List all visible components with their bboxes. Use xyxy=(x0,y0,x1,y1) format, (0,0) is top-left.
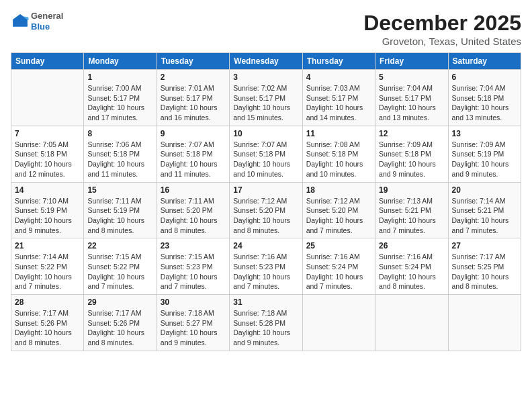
calendar-cell: 5Sunrise: 7:04 AM Sunset: 5:17 PM Daylig… xyxy=(375,70,448,126)
calendar-cell: 12Sunrise: 7:09 AM Sunset: 5:18 PM Dayli… xyxy=(375,126,448,182)
calendar-cell: 27Sunrise: 7:17 AM Sunset: 5:25 PM Dayli… xyxy=(448,238,521,295)
day-number: 19 xyxy=(379,185,444,195)
day-number: 22 xyxy=(87,241,152,250)
calendar-cell: 4Sunrise: 7:03 AM Sunset: 5:17 PM Daylig… xyxy=(302,70,375,126)
day-detail: Sunrise: 7:00 AM Sunset: 5:17 PM Dayligh… xyxy=(87,83,152,123)
day-number: 3 xyxy=(233,73,298,82)
day-detail: Sunrise: 7:15 AM Sunset: 5:22 PM Dayligh… xyxy=(87,252,152,291)
calendar-cell: 22Sunrise: 7:15 AM Sunset: 5:22 PM Dayli… xyxy=(84,238,157,295)
calendar-week-row: 21Sunrise: 7:14 AM Sunset: 5:22 PM Dayli… xyxy=(11,238,521,295)
calendar-cell: 26Sunrise: 7:16 AM Sunset: 5:24 PM Dayli… xyxy=(375,238,448,295)
calendar-week-row: 7Sunrise: 7:05 AM Sunset: 5:18 PM Daylig… xyxy=(11,126,521,182)
day-number: 28 xyxy=(15,298,80,307)
day-detail: Sunrise: 7:10 AM Sunset: 5:19 PM Dayligh… xyxy=(15,196,80,236)
day-number: 17 xyxy=(233,185,298,195)
calendar-cell xyxy=(11,70,84,126)
day-number: 4 xyxy=(306,73,371,82)
calendar-cell: 1Sunrise: 7:00 AM Sunset: 5:17 PM Daylig… xyxy=(84,70,157,126)
calendar-cell: 6Sunrise: 7:04 AM Sunset: 5:18 PM Daylig… xyxy=(448,70,521,126)
day-number: 12 xyxy=(379,129,444,138)
day-number: 8 xyxy=(87,129,152,138)
weekday-header: Monday xyxy=(84,53,157,70)
weekday-header: Sunday xyxy=(11,53,84,70)
calendar-week-row: 1Sunrise: 7:00 AM Sunset: 5:17 PM Daylig… xyxy=(11,70,521,126)
calendar-cell: 25Sunrise: 7:16 AM Sunset: 5:24 PM Dayli… xyxy=(302,238,375,295)
calendar-cell: 31Sunrise: 7:18 AM Sunset: 5:28 PM Dayli… xyxy=(230,295,302,351)
day-detail: Sunrise: 7:07 AM Sunset: 5:18 PM Dayligh… xyxy=(233,140,298,179)
day-number: 2 xyxy=(161,73,226,82)
calendar-cell: 30Sunrise: 7:18 AM Sunset: 5:27 PM Dayli… xyxy=(157,295,229,351)
page-header: General Blue December 2025 Groveton, Tex… xyxy=(11,11,521,47)
calendar-cell: 21Sunrise: 7:14 AM Sunset: 5:22 PM Dayli… xyxy=(11,238,84,295)
calendar-week-row: 28Sunrise: 7:17 AM Sunset: 5:26 PM Dayli… xyxy=(11,295,521,351)
day-number: 13 xyxy=(452,129,517,138)
day-detail: Sunrise: 7:16 AM Sunset: 5:24 PM Dayligh… xyxy=(379,252,444,291)
weekday-header: Tuesday xyxy=(157,53,229,70)
day-number: 26 xyxy=(379,241,444,250)
day-detail: Sunrise: 7:14 AM Sunset: 5:22 PM Dayligh… xyxy=(15,252,80,291)
weekday-header: Thursday xyxy=(302,53,375,70)
day-number: 25 xyxy=(306,241,371,250)
calendar-cell: 24Sunrise: 7:16 AM Sunset: 5:23 PM Dayli… xyxy=(230,238,302,295)
calendar-cell: 28Sunrise: 7:17 AM Sunset: 5:26 PM Dayli… xyxy=(11,295,84,351)
day-detail: Sunrise: 7:09 AM Sunset: 5:18 PM Dayligh… xyxy=(379,140,444,179)
day-detail: Sunrise: 7:17 AM Sunset: 5:25 PM Dayligh… xyxy=(452,252,517,291)
day-detail: Sunrise: 7:06 AM Sunset: 5:18 PM Dayligh… xyxy=(87,140,152,179)
day-detail: Sunrise: 7:16 AM Sunset: 5:23 PM Dayligh… xyxy=(233,252,298,291)
day-detail: Sunrise: 7:16 AM Sunset: 5:24 PM Dayligh… xyxy=(306,252,371,291)
calendar-cell: 23Sunrise: 7:15 AM Sunset: 5:23 PM Dayli… xyxy=(157,238,229,295)
calendar-cell: 16Sunrise: 7:11 AM Sunset: 5:20 PM Dayli… xyxy=(157,182,229,238)
day-detail: Sunrise: 7:04 AM Sunset: 5:18 PM Dayligh… xyxy=(452,83,517,123)
day-number: 18 xyxy=(306,185,371,195)
calendar-cell: 19Sunrise: 7:13 AM Sunset: 5:21 PM Dayli… xyxy=(375,182,448,238)
logo-text: General Blue xyxy=(31,11,63,32)
logo: General Blue xyxy=(11,11,63,32)
day-detail: Sunrise: 7:12 AM Sunset: 5:20 PM Dayligh… xyxy=(233,196,298,236)
day-detail: Sunrise: 7:15 AM Sunset: 5:23 PM Dayligh… xyxy=(161,252,226,291)
calendar-title: December 2025 xyxy=(363,11,521,36)
calendar-cell xyxy=(448,295,521,351)
calendar-cell: 3Sunrise: 7:02 AM Sunset: 5:17 PM Daylig… xyxy=(230,70,302,126)
day-detail: Sunrise: 7:12 AM Sunset: 5:20 PM Dayligh… xyxy=(306,196,371,236)
calendar-cell: 2Sunrise: 7:01 AM Sunset: 5:17 PM Daylig… xyxy=(157,70,229,126)
day-number: 21 xyxy=(15,241,80,250)
day-number: 1 xyxy=(87,73,152,82)
calendar-cell: 11Sunrise: 7:08 AM Sunset: 5:18 PM Dayli… xyxy=(302,126,375,182)
calendar-cell: 8Sunrise: 7:06 AM Sunset: 5:18 PM Daylig… xyxy=(84,126,157,182)
day-detail: Sunrise: 7:04 AM Sunset: 5:17 PM Dayligh… xyxy=(379,83,444,123)
calendar-cell: 18Sunrise: 7:12 AM Sunset: 5:20 PM Dayli… xyxy=(302,182,375,238)
calendar-cell: 7Sunrise: 7:05 AM Sunset: 5:18 PM Daylig… xyxy=(11,126,84,182)
calendar-cell: 17Sunrise: 7:12 AM Sunset: 5:20 PM Dayli… xyxy=(230,182,302,238)
day-number: 15 xyxy=(87,185,152,195)
day-number: 27 xyxy=(452,241,517,250)
day-number: 6 xyxy=(452,73,517,82)
calendar-cell: 20Sunrise: 7:14 AM Sunset: 5:21 PM Dayli… xyxy=(448,182,521,238)
day-detail: Sunrise: 7:17 AM Sunset: 5:26 PM Dayligh… xyxy=(15,308,80,348)
weekday-header: Friday xyxy=(375,53,448,70)
day-number: 16 xyxy=(161,185,226,195)
calendar-cell xyxy=(375,295,448,351)
calendar-subtitle: Groveton, Texas, United States xyxy=(363,36,521,47)
day-number: 23 xyxy=(161,241,226,250)
calendar-cell: 10Sunrise: 7:07 AM Sunset: 5:18 PM Dayli… xyxy=(230,126,302,182)
day-number: 5 xyxy=(379,73,444,82)
day-number: 14 xyxy=(15,185,80,195)
day-number: 7 xyxy=(15,129,80,138)
day-number: 24 xyxy=(233,241,298,250)
day-detail: Sunrise: 7:02 AM Sunset: 5:17 PM Dayligh… xyxy=(233,83,298,123)
day-detail: Sunrise: 7:18 AM Sunset: 5:27 PM Dayligh… xyxy=(161,308,226,348)
day-detail: Sunrise: 7:14 AM Sunset: 5:21 PM Dayligh… xyxy=(452,196,517,236)
day-number: 30 xyxy=(161,298,226,307)
day-detail: Sunrise: 7:11 AM Sunset: 5:20 PM Dayligh… xyxy=(161,196,226,236)
calendar-cell: 14Sunrise: 7:10 AM Sunset: 5:19 PM Dayli… xyxy=(11,182,84,238)
day-number: 9 xyxy=(161,129,226,138)
day-detail: Sunrise: 7:18 AM Sunset: 5:28 PM Dayligh… xyxy=(233,308,298,348)
day-number: 11 xyxy=(306,129,371,138)
day-detail: Sunrise: 7:11 AM Sunset: 5:19 PM Dayligh… xyxy=(87,196,152,236)
logo-blue: Blue xyxy=(31,21,63,32)
day-detail: Sunrise: 7:08 AM Sunset: 5:18 PM Dayligh… xyxy=(306,140,371,179)
day-detail: Sunrise: 7:03 AM Sunset: 5:17 PM Dayligh… xyxy=(306,83,371,123)
title-block: December 2025 Groveton, Texas, United St… xyxy=(363,11,521,47)
day-detail: Sunrise: 7:05 AM Sunset: 5:18 PM Dayligh… xyxy=(15,140,80,179)
day-detail: Sunrise: 7:01 AM Sunset: 5:17 PM Dayligh… xyxy=(161,83,226,123)
